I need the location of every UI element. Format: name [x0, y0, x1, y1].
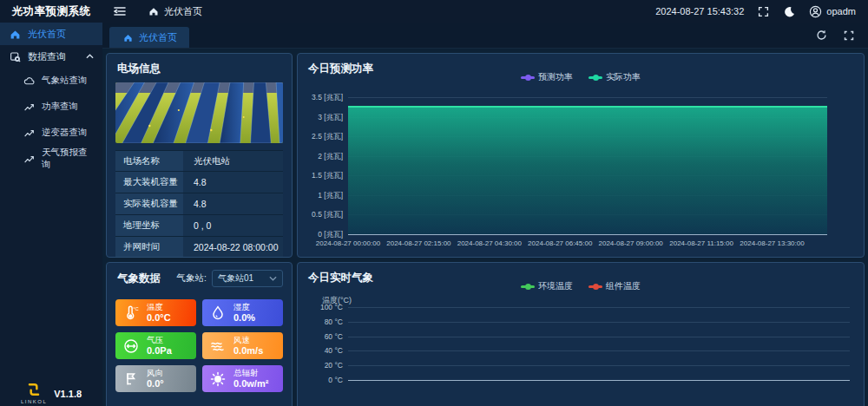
weather-card-text: 气压0.0Pa [147, 336, 172, 357]
gridline: 80 °C [348, 322, 850, 323]
legend-marker [589, 285, 602, 288]
sidebar-item-1[interactable]: 数据查询 [0, 45, 102, 68]
weather-card-value: 0.0° [147, 378, 164, 390]
weather-card-4: 风向0.0° [115, 365, 196, 392]
sidebar-subitem-2[interactable]: 逆变器查询 [0, 120, 102, 146]
sidebar-subitem-3[interactable]: 天气预报查询 [0, 146, 102, 172]
user-circle-icon [808, 4, 822, 18]
sidebar-subitem-1[interactable]: 功率查询 [0, 94, 102, 120]
row-label: 最大装机容量 [115, 172, 183, 193]
weather-cards: °C温度0.0°C湿度0.0%气压0.0Pa风速0.0m/s风向0.0°总辐射0… [115, 299, 283, 392]
forecast-curve-icon [23, 153, 35, 165]
legend-marker [589, 76, 602, 79]
sidebar-subitem-label: 气象站查询 [42, 75, 88, 87]
solar-dashboard: 光功率预测系统 光伏首页 2024-08-27 15:43:32 opadm [0, 0, 868, 406]
logo-block: LINKOL [21, 381, 47, 404]
top-header: 光功率预测系统 光伏首页 2024-08-27 15:43:32 opadm [0, 0, 868, 23]
weather-card-text: 温度0.0°C [147, 303, 171, 324]
y-tick-label: 40 °C [325, 346, 343, 355]
power-chart-plot: 3.5 [兆瓦]3 [兆瓦]2.5 [兆瓦]2 [兆瓦]1.5 [兆瓦]1 [兆… [348, 97, 827, 234]
sidebar-menu: 光伏首页数据查询气象站查询功率查询逆变器查询天气预报查询 [0, 23, 102, 172]
weather-card-3: 风速0.0m/s [202, 332, 283, 359]
dashboard-grid: 电场信息 [102, 49, 868, 406]
panel-power-forecast: 今日预测功率 预测功率实际功率 3.5 [兆瓦]3 [兆瓦]2.5 [兆瓦]2 … [297, 53, 865, 258]
sidebar-subitem-label: 逆变器查询 [42, 127, 88, 139]
sidebar-subitem-label: 天气预报查询 [42, 147, 94, 171]
x-tick-label: 2024-08-27 04:30:00 [457, 239, 522, 247]
weather-card-value: 0.0% [233, 312, 255, 324]
sidebar-subitem-0[interactable]: 气象站查询 [0, 68, 102, 94]
row-value: 光伏电站 [183, 151, 283, 171]
row-value: 4.8 [183, 172, 283, 193]
x-tick-label: 2024-08-27 11:15:00 [669, 239, 733, 247]
user-menu[interactable]: opadm [808, 4, 856, 18]
fullscreen-icon[interactable] [756, 4, 770, 18]
station-info-table: 电场名称光伏电站最大装机容量4.8实际装机容量4.8地理坐标0 , 0并网时间2… [115, 150, 283, 258]
menu-fold-icon[interactable] [111, 3, 128, 20]
weather-card-label: 风向 [147, 369, 164, 378]
legend-环境温度[interactable]: 环境温度 [521, 280, 573, 292]
legend-组件温度[interactable]: 组件温度 [589, 280, 641, 292]
home-icon [122, 31, 134, 43]
actual-power-area [348, 106, 827, 234]
legend-marker [521, 285, 535, 288]
y-tick-label: 80 °C [325, 318, 343, 326]
fullscreen-exit-icon[interactable] [842, 29, 856, 43]
moon-icon[interactable] [782, 4, 796, 18]
sidebar-item-0[interactable]: 光伏首页 [0, 23, 102, 45]
row-label: 并网时间 [115, 237, 183, 258]
weather-card-label: 气压 [147, 336, 172, 345]
station-select-value: 气象站01 [218, 272, 253, 285]
breadcrumb[interactable]: 光伏首页 [148, 5, 202, 18]
legend-实际功率[interactable]: 实际功率 [589, 71, 641, 83]
row-value: 2024-08-22 08:00:00 [183, 237, 283, 258]
tab-home[interactable]: 光伏首页 [109, 27, 189, 48]
breadcrumb-label: 光伏首页 [164, 5, 202, 18]
linkol-logo-icon [25, 381, 43, 398]
gridline: 0 [兆瓦] [348, 234, 827, 235]
sidebar: 光伏首页数据查询气象站查询功率查询逆变器查询天气预报查询 LINKOL V1.1… [0, 23, 102, 406]
y-tick-label: 2.5 [兆瓦] [312, 132, 343, 142]
panel-station-info: 电场信息 [106, 53, 293, 258]
sidebar-brand: LINKOL V1.1.8 [0, 381, 102, 404]
weather-card-5: 总辐射0.0w/m² [202, 365, 283, 392]
tab-label: 光伏首页 [139, 31, 177, 44]
x-tick-label: 2024-08-27 13:30:00 [740, 239, 804, 247]
gridline: 40 °C [348, 350, 850, 351]
station-select-label: 气象站: [177, 272, 207, 285]
weather-card-0: °C温度0.0°C [115, 299, 196, 326]
app-title: 光功率预测系统 [0, 4, 102, 19]
header-actions: 2024-08-27 15:43:32 opadm [655, 4, 868, 18]
weather-card-value: 0.0w/m² [233, 378, 268, 390]
sidebar-submenu: 气象站查询功率查询逆变器查询天气预报查询 [0, 68, 102, 172]
sidebar-item-label: 光伏首页 [28, 28, 66, 41]
weather-card-text: 风速0.0m/s [233, 336, 263, 357]
sidebar-item-label: 数据查询 [28, 50, 66, 63]
legend-marker [521, 76, 535, 79]
panel-realtime-weather: 今日实时气象 环境温度组件温度 温度(°C) 100 °C80 °C60 °C4… [297, 262, 865, 406]
legend-预测功率[interactable]: 预测功率 [521, 71, 573, 83]
wind-vane-icon [122, 373, 140, 385]
y-tick-label: 60 °C [325, 332, 343, 341]
solar-farm-photo [115, 82, 283, 143]
y-tick-label: 20 °C [325, 361, 343, 370]
weather-card-2: 气压0.0Pa [115, 332, 196, 359]
version-label: V1.1.8 [54, 389, 82, 399]
station-select[interactable]: 气象站01 [212, 270, 283, 287]
gridline: 60 °C [348, 337, 850, 337]
power-chart-xaxis: 2024-08-27 00:00:002024-08-27 02:15:0020… [348, 239, 827, 250]
table-row: 最大装机容量4.8 [115, 172, 283, 193]
inverter-curve-icon [23, 127, 35, 139]
weather-card-text: 湿度0.0% [233, 303, 255, 324]
panel-title: 电场信息 [107, 54, 292, 76]
legend-label: 环境温度 [538, 280, 573, 292]
gridline: 0 °C [348, 380, 850, 381]
refresh-icon[interactable] [814, 29, 828, 43]
y-tick-label: 2 [兆瓦] [318, 152, 343, 162]
y-tick-label: 1 [兆瓦] [318, 191, 343, 201]
brand-name: LINKOL [21, 399, 47, 404]
panel-weather-data: 气象数据 气象站: 气象站01 °C温度0.0°C湿度0.0%气压0.0Pa风速… [106, 262, 293, 406]
droplet-icon [209, 307, 227, 319]
sun-icon [209, 373, 227, 385]
power-curve-icon [23, 101, 35, 113]
